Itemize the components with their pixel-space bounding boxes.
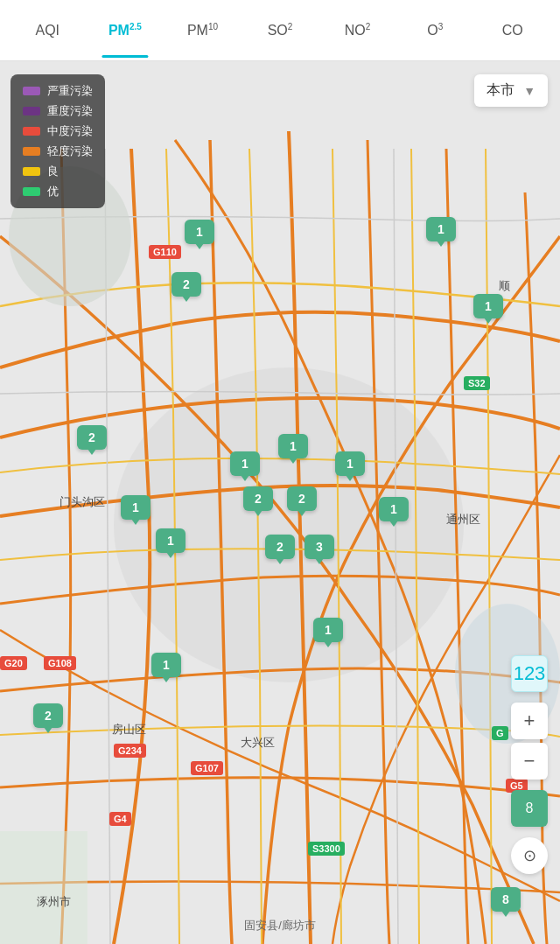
legend-label: 优	[47, 184, 59, 199]
city-selector-label: 本市	[486, 81, 514, 100]
marker-m10[interactable]: 2	[287, 486, 317, 511]
tab-pm10[interactable]: PM10	[164, 13, 242, 47]
my-location-button[interactable]: ⊙	[511, 837, 548, 874]
city-selector-button[interactable]: 本市 ▼	[474, 74, 548, 107]
road-sign-rs2: S32	[464, 376, 490, 390]
road-sign-rs5: G107	[191, 761, 223, 775]
tab-pm25[interactable]: PM2.5	[87, 13, 164, 47]
legend-box: 严重污染重度污染中度污染轻度污染良优	[10, 74, 105, 208]
marker-m1[interactable]: 1	[185, 220, 214, 244]
zoom-out-button[interactable]: −	[511, 743, 548, 780]
legend-item: 重度污染	[23, 103, 93, 119]
map-controls: 123+−8⊙	[511, 655, 548, 874]
road-sign-rs10: G20	[0, 656, 27, 670]
road-sign-rs1: G110	[149, 245, 181, 259]
map-label-l1: 门头沟区	[60, 494, 105, 510]
marker-m16[interactable]: 1	[313, 618, 343, 642]
marker-m8[interactable]: 1	[121, 495, 150, 520]
legend-item: 中度污染	[23, 123, 93, 139]
svg-point-1	[114, 367, 464, 682]
legend-label: 严重污染	[47, 83, 93, 99]
tab-no2[interactable]: NO2	[318, 13, 396, 47]
marker-m2[interactable]: 1	[426, 217, 456, 241]
tab-so2[interactable]: SO2	[242, 13, 319, 47]
legend-color-swatch	[23, 147, 40, 156]
legend-label: 中度污染	[47, 123, 93, 139]
road-sign-rs7: S3300	[308, 842, 345, 856]
layers-button[interactable]: 123	[511, 655, 548, 692]
map-label-l3: 大兴区	[241, 735, 275, 751]
legend-color-swatch	[23, 107, 40, 115]
legend-color-swatch	[23, 167, 40, 176]
zoom-in-button[interactable]: +	[511, 703, 548, 739]
legend-item: 严重污染	[23, 83, 93, 99]
map-label-l7: 通州区	[446, 512, 480, 528]
legend-item: 优	[23, 184, 93, 199]
legend-item: 轻度污染	[23, 143, 93, 159]
dropdown-arrow-icon: ▼	[523, 84, 536, 98]
legend-label: 良	[47, 164, 59, 179]
map-label-l4: 涿州市	[37, 894, 71, 910]
tab-co[interactable]: CO	[473, 14, 551, 47]
map-container: 严重污染重度污染中度污染轻度污染良优 本市 ▼ 123+−8⊙ 固安县/廊坊市 …	[0, 61, 560, 944]
road-sign-rs6: G4	[109, 812, 131, 826]
map-attribution: 固安县/廊坊市	[244, 918, 316, 934]
road-sign-rs9: G	[492, 726, 508, 740]
marker-m9[interactable]: 2	[243, 486, 273, 511]
legend-label: 重度污染	[47, 103, 93, 119]
legend-color-swatch	[23, 87, 40, 95]
tab-o3[interactable]: O3	[396, 13, 474, 47]
marker-m19[interactable]: 8	[491, 887, 521, 912]
marker-m7[interactable]: 1	[278, 434, 308, 458]
legend-item: 良	[23, 164, 93, 179]
current-location-marker-button[interactable]: 8	[511, 790, 548, 827]
map-label-l6: 顺	[499, 278, 510, 294]
tab-bar: AQIPM2.5PM10SO2NO2O3CO	[0, 0, 560, 61]
marker-m15[interactable]: 1	[379, 497, 409, 521]
marker-m5[interactable]: 2	[77, 425, 107, 450]
svg-rect-4	[0, 831, 88, 944]
road-sign-rs4: G234	[114, 744, 146, 758]
marker-m11[interactable]: 1	[335, 451, 365, 476]
marker-m3[interactable]: 2	[172, 272, 201, 297]
marker-m17[interactable]: 1	[151, 653, 181, 677]
marker-m12[interactable]: 1	[156, 528, 186, 553]
legend-label: 轻度污染	[47, 143, 93, 159]
tab-aqi[interactable]: AQI	[9, 14, 87, 47]
marker-m4[interactable]: 1	[473, 294, 503, 318]
map-label-l2: 房山区	[112, 722, 146, 738]
road-sign-rs3: G108	[44, 656, 76, 670]
legend-color-swatch	[23, 127, 40, 136]
legend-color-swatch	[23, 187, 40, 196]
marker-m14[interactable]: 3	[304, 535, 334, 559]
marker-m18[interactable]: 2	[33, 703, 63, 728]
marker-m13[interactable]: 2	[265, 535, 295, 559]
marker-m6[interactable]: 1	[230, 451, 260, 476]
